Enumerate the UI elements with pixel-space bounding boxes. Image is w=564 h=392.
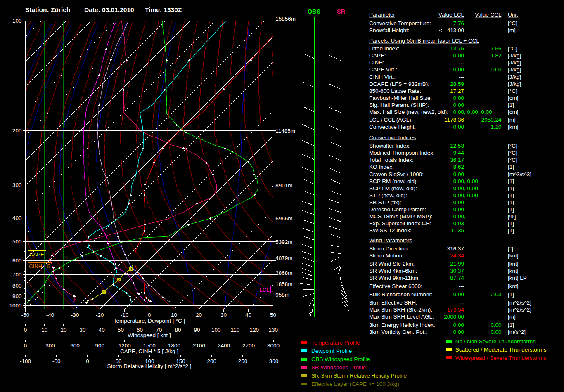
svg-text:LCL: LCL (260, 287, 270, 293)
svg-text:10: 10 (171, 312, 177, 318)
svg-text:[1]: [1] (508, 192, 514, 198)
svg-text:600: 600 (70, 342, 80, 349)
svg-text:Station: Zürich: Station: Zürich (25, 6, 70, 13)
svg-text:110: 110 (231, 327, 240, 333)
svg-text:250: 250 (238, 358, 248, 364)
svg-text:[1]: [1] (508, 102, 514, 108)
svg-text:2400: 2400 (218, 342, 230, 349)
svg-text:[1]: [1] (508, 178, 514, 184)
svg-text:50: 50 (118, 327, 124, 333)
svg-text:40: 40 (99, 327, 105, 333)
svg-text:Sfc-3km Storm Relative Helicit: Sfc-3km Storm Relative Helicity Profile (311, 373, 407, 379)
svg-text:[knt]: [knt] (508, 268, 519, 274)
svg-text:3km Energy Helicity Index:: 3km Energy Helicity Index: (369, 322, 435, 328)
svg-text:SWISS 12 Index:: SWISS 12 Index: (369, 227, 412, 234)
svg-text:OBS: OBS (308, 8, 321, 15)
svg-text:Parameter: Parameter (369, 12, 396, 18)
svg-text:0.00: 0.00 (453, 52, 464, 59)
svg-text:1.10: 1.10 (491, 124, 501, 130)
svg-text:[J/kg]: [J/kg] (508, 59, 521, 66)
svg-text:200: 200 (207, 358, 216, 364)
svg-text:0.00: 0.00 (453, 199, 464, 205)
svg-text:Dewpoint Profile: Dewpoint Profile (311, 348, 352, 354)
svg-text:87.74: 87.74 (450, 275, 464, 281)
svg-text:[1]: [1] (508, 220, 514, 227)
svg-text:850-600 Lapse Rate:: 850-600 Lapse Rate: (369, 88, 421, 94)
svg-text:130: 130 (269, 327, 278, 333)
svg-text:0.00: 0.00 (453, 95, 464, 101)
svg-text:[%]: [%] (508, 213, 516, 220)
svg-text:0.00: 0.00 (453, 102, 464, 108)
svg-text:100: 100 (12, 18, 22, 24)
svg-text:SR Wind 4km-6km:: SR Wind 4km-6km: (369, 268, 417, 274)
svg-text:[knt]: [knt] (508, 253, 519, 259)
svg-text:CINH Virt.:: CINH Virt.: (369, 74, 396, 80)
svg-text:Showalter Index:: Showalter Index: (369, 143, 411, 149)
svg-text:0.00: 0.00 (453, 291, 464, 298)
svg-text:SCP RM (new, old):: SCP RM (new, old): (369, 178, 418, 184)
svg-text:-50: -50 (21, 312, 30, 318)
svg-text:[°C]: [°C] (508, 150, 517, 156)
svg-text:SR: SR (337, 8, 346, 15)
svg-text:0: 0 (24, 327, 27, 333)
svg-text:8.62: 8.62 (453, 164, 464, 170)
svg-text:300: 300 (12, 182, 22, 188)
svg-text:0.00: 0.00 (453, 213, 464, 220)
svg-text:17.27: 17.27 (450, 88, 464, 94)
svg-text:1858m: 1858m (275, 281, 292, 287)
svg-text:[1]: [1] (508, 322, 514, 328)
svg-text:---: --- (459, 300, 464, 306)
svg-text:30.37: 30.37 (450, 268, 464, 274)
svg-text:[1]: [1] (508, 185, 514, 191)
svg-text:[m^3/s^3]: [m^3/s^3] (508, 171, 531, 177)
svg-text:Bulk Richardson Number:: Bulk Richardson Number: (369, 291, 433, 298)
svg-text:Storm Motion:: Storm Motion: (369, 253, 404, 259)
svg-text:[knt]: [knt] (508, 283, 519, 289)
svg-text:0.00: 0.00 (453, 124, 464, 130)
svg-text:200: 200 (12, 128, 22, 134)
svg-text:100: 100 (211, 327, 221, 333)
svg-text:700: 700 (12, 272, 22, 278)
svg-text:CAPE:: CAPE: (369, 52, 386, 59)
svg-text:SR Wind 9km-11km:: SR Wind 9km-11km: (369, 275, 420, 281)
svg-text:2100: 2100 (193, 342, 205, 349)
svg-text:900: 900 (12, 293, 22, 299)
svg-text:[°C]: [°C] (508, 88, 517, 94)
svg-text:[m^2/s^2]: [m^2/s^2] (508, 300, 531, 306)
svg-text:2700: 2700 (242, 342, 255, 349)
svg-text:0.00: 0.00 (491, 66, 501, 73)
svg-text:28.59: 28.59 (450, 81, 464, 87)
svg-text:-30: -30 (71, 312, 79, 318)
svg-text:[cm]: [cm] (508, 95, 519, 101)
svg-text:[1]: [1] (508, 199, 514, 205)
svg-text:2050.24: 2050.24 (481, 117, 502, 123)
svg-text:11.35: 11.35 (450, 227, 464, 234)
svg-text:Windspeed [ knt ]: Windspeed [ knt ] (128, 332, 171, 338)
svg-text:7.66: 7.66 (491, 45, 501, 52)
svg-text:---: --- (459, 283, 464, 289)
svg-text:6966m: 6966m (275, 215, 292, 222)
svg-text:Temperature Profile: Temperature Profile (311, 340, 360, 346)
svg-text:600: 600 (12, 257, 22, 264)
svg-text:3000: 3000 (267, 342, 280, 349)
svg-text:0: 0 (24, 342, 27, 349)
svg-text:0.00: 0.00 (453, 322, 464, 328)
svg-text:Snowfall Height:: Snowfall Height: (369, 27, 410, 33)
svg-text:Storm Direction:: Storm Direction: (369, 246, 409, 252)
svg-text:-50: -50 (52, 358, 61, 364)
svg-text:1500: 1500 (143, 342, 156, 349)
svg-text:Widespread / Severe Thundersto: Widespread / Severe Thunderstorms (455, 355, 547, 361)
svg-text:Convective Temperature:: Convective Temperature: (369, 20, 431, 26)
svg-text:Effective Layer (CAPE >= 100 J: Effective Layer (CAPE >= 100 J/kg) (311, 381, 399, 387)
svg-text:Parcels: Using 50mB mean layer: Parcels: Using 50mB mean layer LCL + CCL (369, 38, 479, 44)
svg-text:173.54: 173.54 (447, 307, 464, 313)
svg-text:Time: 1330Z: Time: 1330Z (145, 6, 182, 13)
svg-text:Convective Height:: Convective Height: (369, 124, 416, 130)
svg-text:Scattered / Moderate Thunderst: Scattered / Moderate Thunderstorms (455, 347, 547, 353)
svg-text:958m: 958m (275, 292, 289, 298)
svg-text:0.00: 0.00 (491, 329, 501, 335)
svg-text:40: 40 (245, 312, 251, 318)
svg-text:Total Totals Index:: Total Totals Index: (369, 157, 414, 163)
svg-text:0.00: 0.00 (453, 171, 464, 177)
svg-text:4079m: 4079m (275, 255, 292, 261)
